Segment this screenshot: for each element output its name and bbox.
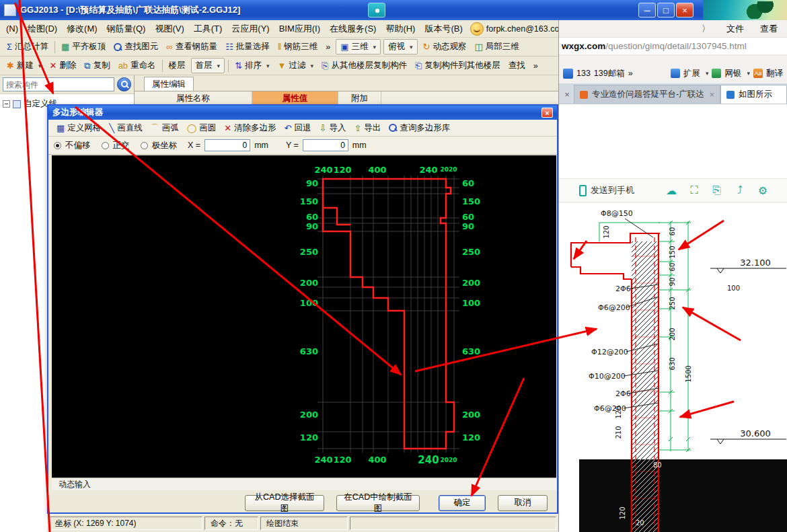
clear-polygon-button[interactable]: ✕ 清除多边形: [220, 121, 280, 135]
view-rebar-qty-button[interactable]: ∞ 查看钢筋量: [162, 40, 221, 54]
menu-item-modify[interactable]: 修改(M): [62, 22, 102, 36]
partial-3d-button[interactable]: ◫ 局部三维: [470, 40, 523, 54]
menu-item-bim[interactable]: BIM应用(I): [274, 22, 325, 36]
svg-text:250: 250: [669, 297, 676, 309]
floor-select[interactable]: 首层 ▾: [191, 58, 225, 73]
dialog-close-button[interactable]: ×: [541, 108, 553, 118]
cancel-button[interactable]: 取消: [498, 495, 548, 511]
minimize-button[interactable]: ─: [638, 3, 656, 17]
define-grid-button[interactable]: ▦ 定义网格: [52, 121, 105, 135]
ebank-button[interactable]: 网银: [724, 68, 741, 79]
gear-icon[interactable]: ⚙: [756, 184, 770, 197]
mail-139-button[interactable]: 139邮箱: [594, 68, 625, 79]
filter-button[interactable]: ▼ 过滤 ▾: [274, 59, 317, 73]
rebar-3d-button[interactable]: ⫴ 钢筋三维: [274, 40, 322, 54]
radio-ortho[interactable]: [102, 142, 109, 149]
y-input[interactable]: [303, 139, 348, 151]
draw-section-in-cad-button[interactable]: 在CAD中绘制截面图: [336, 495, 420, 511]
menu-item-view[interactable]: 视图(V): [150, 22, 188, 36]
rebar-detail-image[interactable]: Φ8@150 2Φ6 Φ6@200 Φ12@200 Φ10@200 2Φ6 Φ6…: [559, 202, 787, 532]
align-slab-button[interactable]: ▦ 平齐板顶: [57, 40, 110, 54]
menu-item-version[interactable]: 版本号(B): [420, 22, 467, 36]
find-element-button[interactable]: 查找图元: [110, 40, 162, 54]
copy-image-icon[interactable]: ⎘: [710, 184, 724, 196]
maximize-button[interactable]: □: [657, 3, 675, 17]
close-page-button[interactable]: ×: [562, 87, 572, 102]
copy-from-floor-button[interactable]: ⎘ 从其他楼层复制构件: [317, 59, 411, 73]
tab-close-icon[interactable]: ×: [710, 90, 714, 100]
app-icon: [4, 4, 16, 16]
tree-collapse-icon[interactable]: [3, 100, 10, 108]
dynamic-input-row: 动态输入: [52, 478, 556, 490]
col-property-value[interactable]: 属性值: [252, 91, 338, 105]
tab-favicon: [580, 91, 588, 99]
view-3d-button[interactable]: ▣ 三维 ▾: [336, 39, 381, 54]
summary-calc-button[interactable]: Σ 汇总计算: [3, 40, 52, 54]
new-button[interactable]: ✱ 新建 ▾: [3, 59, 45, 73]
address-bar[interactable]: wxgx.com/question/gimq/detail/1307945.ht…: [559, 38, 787, 55]
menu-item-rebar[interactable]: 钢筋量(Q): [102, 22, 151, 36]
assistant-icon[interactable]: [368, 3, 385, 17]
ebank-icon: [712, 69, 721, 78]
menu-item-tools[interactable]: 工具(T): [189, 22, 227, 36]
col-property-name[interactable]: 属性名称: [135, 91, 252, 105]
browser-menu-view[interactable]: 查看: [760, 23, 778, 35]
batch-select-button[interactable]: ☷ 批量选择: [221, 40, 274, 54]
radio-no-offset[interactable]: [54, 142, 61, 149]
x-unit: mm: [254, 141, 268, 150]
delete-button[interactable]: ✕ 删除: [45, 59, 80, 73]
top-view-button[interactable]: 俯视 ▾: [383, 39, 418, 54]
menu-item-fragment[interactable]: (N): [1, 22, 23, 35]
rename-button[interactable]: ab 重命名: [114, 59, 160, 73]
search-input[interactable]: [3, 77, 114, 91]
menu-item-cloud[interactable]: 云应用(Y): [227, 22, 274, 36]
phone-icon: [579, 185, 587, 196]
chevron-icon[interactable]: 〉: [702, 23, 710, 35]
radio-polar[interactable]: [141, 142, 148, 149]
cloud-icon[interactable]: ☁: [665, 184, 678, 197]
face-emoji-icon[interactable]: [470, 22, 484, 36]
x-input[interactable]: [204, 139, 250, 151]
tab-image[interactable]: 如图所示: [720, 85, 787, 104]
orbit-button[interactable]: ↻ 动态观察: [419, 40, 471, 54]
svg-text:80: 80: [653, 461, 662, 469]
tab-qa-platform[interactable]: 专业造价问题答疑平台-广联达 ×: [574, 85, 720, 104]
extend-button[interactable]: 扩展: [683, 68, 700, 79]
extension-overflow[interactable]: »: [628, 69, 633, 78]
sort-button[interactable]: ⇅ 排序 ▾: [231, 59, 273, 73]
svg-text:60: 60: [306, 212, 318, 222]
cad-canvas[interactable]: 240 120 400 240 2020 90 150 60 90 250 20…: [52, 155, 556, 478]
copy-button[interactable]: ⧉ 复制: [80, 59, 114, 73]
toolbar-overflow[interactable]: »: [322, 41, 334, 53]
fullscreen-icon[interactable]: ⛶: [687, 184, 701, 196]
menu-item-draw[interactable]: 绘图(D): [23, 22, 62, 36]
copy-to-floor-button[interactable]: ⎗ 复制构件到其他楼层: [411, 59, 504, 73]
window-title: GGJ2013 - [D:\预结算及抽筋\广联达抽筋\测试-2.GGJ12]: [20, 4, 240, 16]
copy-to-icon: ⎗: [415, 61, 422, 70]
send-to-phone-button[interactable]: 发送到手机: [579, 184, 634, 196]
property-table-header: 属性名称 属性值 附加: [135, 91, 558, 105]
select-section-from-cad-button[interactable]: 从CAD选择截面图: [245, 495, 324, 511]
translate-button[interactable]: 翻译: [766, 68, 783, 79]
close-button[interactable]: ×: [676, 3, 694, 17]
find-button[interactable]: 查找: [504, 59, 529, 73]
draw-line-button[interactable]: ╲ 画直线: [105, 121, 146, 135]
query-polygon-lib-button[interactable]: 查询多边形库: [385, 121, 454, 135]
y-label: Y =: [286, 141, 299, 150]
browser-menu-file[interactable]: 文件: [726, 23, 744, 35]
undo-button[interactable]: ↶ 回退: [280, 121, 315, 135]
export-button[interactable]: ⇧ 导出: [350, 121, 385, 135]
draw-arc-button[interactable]: ⌒ 画弧: [147, 121, 183, 135]
account-email[interactable]: forpk.chen@163.com: [486, 24, 566, 34]
copy-icon: ⧉: [84, 61, 90, 70]
build-toolbar-overflow[interactable]: »: [529, 60, 542, 72]
menu-item-online[interactable]: 在线服务(S): [325, 22, 381, 36]
col-attach[interactable]: 附加: [338, 91, 381, 105]
ok-button[interactable]: 确定: [439, 495, 486, 511]
draw-circle-button[interactable]: ◯ 画圆: [183, 121, 221, 135]
search-button[interactable]: [117, 77, 131, 91]
import-button[interactable]: ⇩ 导入: [315, 121, 350, 135]
tab-property-edit[interactable]: 属性编辑: [144, 77, 194, 91]
menu-item-help[interactable]: 帮助(H): [381, 22, 420, 36]
share-icon[interactable]: ⤴: [733, 184, 747, 196]
